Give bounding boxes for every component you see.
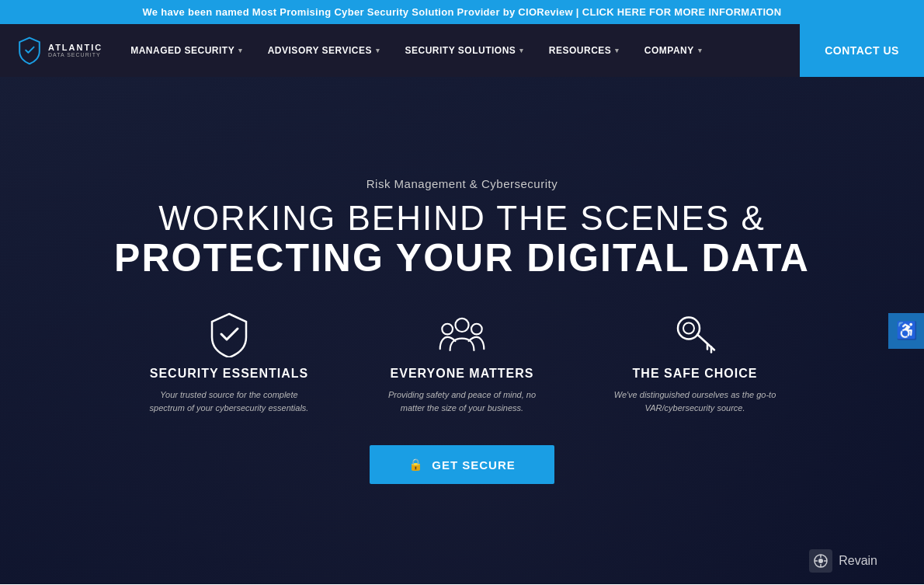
chevron-down-icon: ▾ xyxy=(698,47,703,54)
svg-point-1 xyxy=(442,324,453,335)
hero-features: SECURITY ESSENTIALS Your trusted source … xyxy=(16,311,908,414)
svg-point-0 xyxy=(455,319,468,332)
chevron-down-icon: ▾ xyxy=(615,47,620,54)
accessibility-icon: ♿ xyxy=(896,321,917,341)
nav-resources[interactable]: RESOURCES ▾ xyxy=(537,24,632,77)
accessibility-button[interactable]: ♿ xyxy=(888,313,924,349)
revain-icon xyxy=(809,549,832,573)
logo-brand-name: AtlaNtIC xyxy=(48,43,102,52)
key-icon xyxy=(672,311,718,357)
contact-button[interactable]: CONTACT US xyxy=(800,24,924,77)
nav-managed-security[interactable]: MANAGED SECURITY ▾ xyxy=(118,24,255,77)
hero-title-line1: WORKING BEHIND THE SCENES & xyxy=(16,200,908,237)
chevron-down-icon: ▾ xyxy=(519,47,524,54)
revain-watermark: Revain xyxy=(809,549,877,573)
feature-safe-choice-desc: We've distinguished ourselves as the go-… xyxy=(610,388,780,414)
feature-security-essentials: SECURITY ESSENTIALS Your trusted source … xyxy=(144,311,314,414)
svg-point-4 xyxy=(683,323,694,334)
get-secure-button[interactable]: 🔒 GET SECURE xyxy=(370,445,554,484)
nav-security-solutions[interactable]: SECURITY SOLUTIONS ▾ xyxy=(393,24,537,77)
logo[interactable]: AtlaNtIC Data Security xyxy=(0,37,118,64)
get-secure-label: GET SECURE xyxy=(432,458,516,472)
shield-check-icon xyxy=(206,311,252,357)
hero-title-line2: PROTECTING YOUR DIGITAL DATA xyxy=(16,237,908,280)
navbar: AtlaNtIC Data Security MANAGED SECURITY … xyxy=(0,24,924,77)
nav-advisory-services[interactable]: ADVISORY SERVICES ▾ xyxy=(255,24,393,77)
revain-label: Revain xyxy=(839,554,877,568)
nav-company[interactable]: COMPANY ▾ xyxy=(632,24,714,77)
feature-everyone-matters: EVERYONE MATTERS Providing safety and pe… xyxy=(377,311,547,414)
svg-point-9 xyxy=(818,559,823,563)
logo-tagline: Data Security xyxy=(48,52,102,58)
hero-section: Risk Management & Cybersecurity WORKING … xyxy=(0,77,924,584)
hero-subtitle: Risk Management & Cybersecurity xyxy=(16,177,908,190)
svg-point-3 xyxy=(678,318,700,340)
feature-everyone-matters-desc: Providing safety and peace of mind, no m… xyxy=(377,388,547,414)
lock-icon: 🔒 xyxy=(408,458,424,472)
group-icon xyxy=(439,311,485,357)
feature-everyone-matters-title: EVERYONE MATTERS xyxy=(391,367,534,381)
announcement-banner[interactable]: We have been named Most Promising Cyber … xyxy=(0,0,924,24)
chevron-down-icon: ▾ xyxy=(238,47,243,54)
svg-point-2 xyxy=(471,324,482,335)
feature-safe-choice-title: THE SAFE CHOICE xyxy=(633,367,758,381)
nav-menu: MANAGED SECURITY ▾ ADVISORY SERVICES ▾ S… xyxy=(118,24,800,77)
feature-security-essentials-desc: Your trusted source for the complete spe… xyxy=(144,388,314,414)
hero-content: Risk Management & Cybersecurity WORKING … xyxy=(0,177,924,484)
feature-security-essentials-title: SECURITY ESSENTIALS xyxy=(150,367,309,381)
chevron-down-icon: ▾ xyxy=(376,47,380,54)
feature-safe-choice: THE SAFE CHOICE We've distinguished ours… xyxy=(610,311,780,414)
